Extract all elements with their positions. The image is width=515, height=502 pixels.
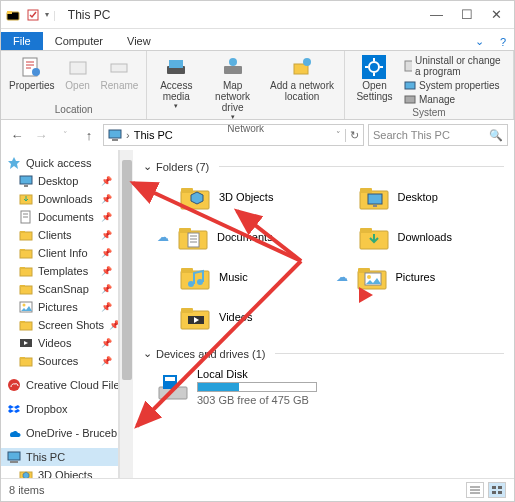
pin-icon: 📌 bbox=[101, 176, 112, 186]
sidebar-item-scansnap[interactable]: ScanSnap📌 bbox=[1, 280, 118, 298]
svg-rect-8 bbox=[169, 60, 183, 68]
sidebar-item-documents[interactable]: Documents📌 bbox=[1, 208, 118, 226]
svg-rect-5 bbox=[70, 62, 86, 74]
folder-desktop[interactable]: Desktop bbox=[336, 181, 505, 213]
checkbox-icon[interactable] bbox=[25, 7, 41, 23]
vid-icon bbox=[179, 301, 211, 333]
pc-icon bbox=[108, 128, 122, 142]
folder-downloads[interactable]: Downloads bbox=[336, 221, 505, 253]
properties-button[interactable]: Properties bbox=[5, 53, 59, 93]
3d-icon bbox=[179, 181, 211, 213]
up-button[interactable]: ↑ bbox=[79, 128, 99, 143]
qat-dropdown[interactable]: ▾ bbox=[45, 10, 49, 19]
svg-rect-82 bbox=[181, 308, 193, 313]
search-box[interactable]: Search This PC 🔍 bbox=[368, 124, 508, 146]
sidebar-item-3d-objects[interactable]: 3D Objects bbox=[1, 466, 118, 478]
svg-point-40 bbox=[23, 304, 26, 307]
minimize-button[interactable]: — bbox=[430, 7, 443, 22]
scrollbar-thumb[interactable] bbox=[122, 160, 132, 380]
sidebar-item-onedrive-bruceb[interactable]: OneDrive - Bruceb bbox=[1, 424, 118, 442]
svg-rect-9 bbox=[224, 66, 242, 74]
map-drive-button[interactable]: Map network drive▾ bbox=[201, 53, 264, 123]
svg-point-80 bbox=[367, 275, 371, 279]
folders-section-header[interactable]: ⌄Folders (7) bbox=[143, 156, 504, 177]
folder-3d-objects[interactable]: 3D Objects bbox=[157, 181, 326, 213]
svg-rect-23 bbox=[112, 139, 118, 141]
sidebar-item-videos[interactable]: Videos📌 bbox=[1, 334, 118, 352]
drive-item[interactable]: Local Disk 303 GB free of 475 GB bbox=[143, 364, 504, 410]
sidebar-item-client-info[interactable]: Client Info📌 bbox=[1, 244, 118, 262]
open-settings-button[interactable]: Open Settings bbox=[349, 53, 400, 104]
folder-videos[interactable]: Videos bbox=[157, 301, 326, 333]
add-location-button[interactable]: Add a network location bbox=[264, 53, 340, 104]
svg-rect-32 bbox=[20, 231, 25, 233]
sidebar-item-pictures[interactable]: Pictures📌 bbox=[1, 298, 118, 316]
svg-rect-26 bbox=[24, 185, 28, 187]
sidebar-item-sources[interactable]: Sources📌 bbox=[1, 352, 118, 370]
svg-rect-64 bbox=[373, 205, 377, 207]
pin-icon: 📌 bbox=[101, 194, 112, 204]
drives-section-header[interactable]: ⌄Devices and drives (1) bbox=[143, 343, 504, 364]
tab-computer[interactable]: Computer bbox=[43, 32, 115, 50]
sidebar-item-downloads[interactable]: Downloads📌 bbox=[1, 190, 118, 208]
svg-rect-60 bbox=[181, 188, 193, 193]
svg-rect-78 bbox=[358, 268, 370, 273]
folder-icon bbox=[19, 282, 33, 296]
svg-rect-6 bbox=[111, 64, 127, 72]
svg-rect-74 bbox=[181, 268, 193, 273]
folder-pictures[interactable]: ☁Pictures bbox=[336, 261, 505, 293]
address-box[interactable]: › This PC ˅ ↻ bbox=[103, 124, 364, 146]
down-icon bbox=[358, 221, 390, 253]
svg-rect-62 bbox=[360, 188, 372, 193]
manage-icon bbox=[404, 93, 416, 105]
sidebar-item-templates[interactable]: Templates📌 bbox=[1, 262, 118, 280]
sidebar-item-creative-cloud-files[interactable]: Creative Cloud Files bbox=[1, 376, 118, 394]
content-pane[interactable]: ⌄Folders (7) 3D ObjectsDesktop☁Documents… bbox=[133, 150, 514, 478]
doc-icon bbox=[177, 221, 209, 253]
svg-rect-25 bbox=[20, 176, 32, 184]
forward-button: → bbox=[31, 128, 51, 143]
tab-view[interactable]: View bbox=[115, 32, 163, 50]
vid-icon bbox=[19, 336, 33, 350]
refresh-button[interactable]: ↻ bbox=[345, 129, 359, 142]
folder-icon bbox=[5, 7, 21, 23]
system-properties-button[interactable]: System properties bbox=[404, 79, 505, 91]
cloud-icon: ☁ bbox=[336, 270, 348, 284]
sidebar-item-desktop[interactable]: Desktop📌 bbox=[1, 172, 118, 190]
access-media-button[interactable]: Access media▾ bbox=[151, 53, 201, 112]
help-button[interactable]: ? bbox=[492, 34, 514, 50]
desktop-icon bbox=[19, 174, 33, 188]
ribbon-tabs: File Computer View ⌄ ? bbox=[1, 29, 514, 51]
svg-rect-46 bbox=[20, 357, 25, 359]
icons-view-button[interactable] bbox=[488, 482, 506, 498]
sidebar-scrollbar[interactable] bbox=[119, 150, 133, 478]
tab-file[interactable]: File bbox=[1, 32, 43, 50]
rename-button: Rename bbox=[97, 53, 143, 93]
drive-label: Local Disk bbox=[197, 368, 317, 380]
doc-icon bbox=[19, 210, 33, 224]
close-button[interactable]: ✕ bbox=[491, 7, 502, 22]
folder-documents[interactable]: ☁Documents bbox=[157, 221, 326, 253]
uninstall-button[interactable]: Uninstall or change a program bbox=[404, 55, 505, 77]
recent-dropdown[interactable]: ˅ bbox=[55, 130, 75, 140]
ribbon-expand[interactable]: ⌄ bbox=[467, 33, 492, 50]
window-title: This PC bbox=[68, 8, 111, 22]
sidebar-item-dropbox[interactable]: Dropbox bbox=[1, 400, 118, 418]
sidebar-item-this-pc[interactable]: This PC bbox=[1, 448, 118, 466]
maximize-button[interactable]: ☐ bbox=[461, 7, 473, 22]
sidebar-item-screen-shots[interactable]: Screen Shots📌 bbox=[1, 316, 118, 334]
svg-rect-31 bbox=[20, 232, 32, 240]
svg-rect-45 bbox=[20, 358, 32, 366]
sidebar[interactable]: Quick accessDesktop📌Downloads📌Documents📌… bbox=[1, 150, 119, 478]
folder-music[interactable]: Music bbox=[157, 261, 326, 293]
svg-rect-37 bbox=[20, 286, 32, 294]
sidebar-item-clients[interactable]: Clients📌 bbox=[1, 226, 118, 244]
manage-button[interactable]: Manage bbox=[404, 93, 505, 105]
drive-icon bbox=[157, 371, 189, 403]
music-icon bbox=[179, 261, 211, 293]
back-button[interactable]: ← bbox=[7, 128, 27, 143]
sidebar-item-quick-access[interactable]: Quick access bbox=[1, 154, 118, 172]
details-view-button[interactable] bbox=[466, 482, 484, 498]
onedrive-icon bbox=[7, 426, 21, 440]
titlebar: ▾ | This PC — ☐ ✕ bbox=[1, 1, 514, 29]
